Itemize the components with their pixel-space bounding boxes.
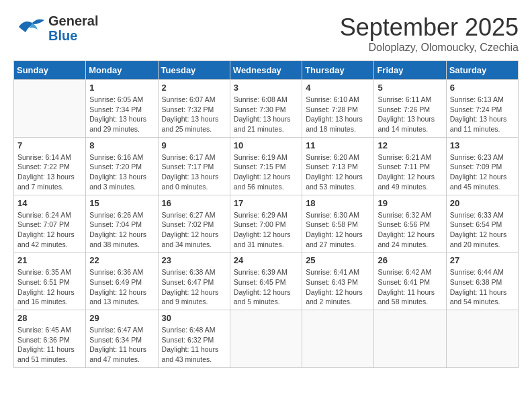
day-info: Sunrise: 6:47 AMSunset: 6:34 PMDaylight:…: [89, 325, 154, 365]
calendar-cell: 2Sunrise: 6:07 AMSunset: 7:32 PMDaylight…: [158, 80, 230, 138]
calendar-cell: 7Sunrise: 6:14 AMSunset: 7:22 PMDaylight…: [14, 137, 86, 195]
day-header-monday: Monday: [86, 61, 158, 80]
calendar-week-3: 14Sunrise: 6:24 AMSunset: 7:07 PMDayligh…: [14, 195, 519, 253]
calendar-cell: 12Sunrise: 6:21 AMSunset: 7:11 PMDayligh…: [374, 137, 446, 195]
calendar-cell: 14Sunrise: 6:24 AMSunset: 7:07 PMDayligh…: [14, 195, 86, 253]
day-number: 18: [306, 198, 370, 208]
logo-general: General: [48, 13, 98, 28]
day-info: Sunrise: 6:07 AMSunset: 7:32 PMDaylight:…: [162, 95, 226, 134]
day-number: 20: [450, 198, 515, 208]
calendar-cell: 28Sunrise: 6:45 AMSunset: 6:36 PMDayligh…: [14, 310, 86, 368]
calendar-cell: 1Sunrise: 6:05 AMSunset: 7:34 PMDaylight…: [86, 80, 158, 138]
calendar-cell: 11Sunrise: 6:20 AMSunset: 7:13 PMDayligh…: [302, 137, 374, 195]
logo-icon: [13, 13, 46, 43]
day-number: 29: [89, 313, 154, 323]
calendar-cell: [302, 310, 374, 368]
calendar-cell: 18Sunrise: 6:30 AMSunset: 6:58 PMDayligh…: [302, 195, 374, 253]
day-number: 28: [17, 313, 82, 323]
calendar-cell: 3Sunrise: 6:08 AMSunset: 7:30 PMDaylight…: [230, 80, 302, 138]
calendar-cell: 27Sunrise: 6:44 AMSunset: 6:38 PMDayligh…: [446, 253, 518, 310]
calendar-cell: 15Sunrise: 6:26 AMSunset: 7:04 PMDayligh…: [86, 195, 158, 253]
day-number: 13: [450, 140, 515, 150]
day-info: Sunrise: 6:14 AMSunset: 7:22 PMDaylight:…: [17, 152, 82, 192]
day-number: 23: [162, 255, 226, 265]
logo-text: General Blue: [48, 13, 98, 43]
calendar-week-2: 7Sunrise: 6:14 AMSunset: 7:22 PMDaylight…: [14, 137, 519, 195]
calendar-cell: 4Sunrise: 6:10 AMSunset: 7:28 PMDaylight…: [302, 80, 374, 138]
calendar-cell: 17Sunrise: 6:29 AMSunset: 7:00 PMDayligh…: [230, 195, 302, 253]
day-info: Sunrise: 6:44 AMSunset: 6:38 PMDaylight:…: [450, 267, 515, 307]
day-number: 26: [378, 255, 442, 265]
day-number: 11: [306, 140, 370, 150]
day-number: 9: [162, 140, 226, 150]
calendar-week-1: 1Sunrise: 6:05 AMSunset: 7:34 PMDaylight…: [14, 80, 519, 138]
calendar-cell: 25Sunrise: 6:41 AMSunset: 6:43 PMDayligh…: [302, 253, 374, 310]
day-header-tuesday: Tuesday: [158, 61, 230, 80]
page-header: General Blue September 2025 Doloplazy, O…: [13, 13, 519, 54]
logo-blue: Blue: [48, 28, 77, 43]
day-info: Sunrise: 6:38 AMSunset: 6:47 PMDaylight:…: [162, 267, 226, 307]
calendar-cell: 21Sunrise: 6:35 AMSunset: 6:51 PMDayligh…: [14, 253, 86, 310]
calendar-header-row: SundayMondayTuesdayWednesdayThursdayFrid…: [14, 61, 519, 80]
day-info: Sunrise: 6:32 AMSunset: 6:56 PMDaylight:…: [378, 210, 442, 250]
day-number: 25: [306, 255, 370, 265]
day-info: Sunrise: 6:29 AMSunset: 7:00 PMDaylight:…: [234, 210, 298, 250]
day-info: Sunrise: 6:19 AMSunset: 7:15 PMDaylight:…: [234, 152, 298, 192]
day-header-saturday: Saturday: [446, 61, 518, 80]
day-number: 4: [306, 83, 370, 93]
calendar-cell: 16Sunrise: 6:27 AMSunset: 7:02 PMDayligh…: [158, 195, 230, 253]
day-info: Sunrise: 6:17 AMSunset: 7:17 PMDaylight:…: [162, 152, 226, 192]
day-info: Sunrise: 6:39 AMSunset: 6:45 PMDaylight:…: [234, 267, 298, 307]
day-number: 15: [89, 198, 154, 208]
day-number: 27: [450, 255, 515, 265]
day-info: Sunrise: 6:11 AMSunset: 7:26 PMDaylight:…: [378, 95, 442, 134]
day-info: Sunrise: 6:42 AMSunset: 6:41 PMDaylight:…: [378, 267, 442, 307]
calendar-week-4: 21Sunrise: 6:35 AMSunset: 6:51 PMDayligh…: [14, 253, 519, 310]
day-info: Sunrise: 6:20 AMSunset: 7:13 PMDaylight:…: [306, 152, 370, 192]
day-number: 8: [89, 140, 154, 150]
location-subtitle: Doloplazy, Olomoucky, Czechia: [340, 42, 519, 54]
day-info: Sunrise: 6:08 AMSunset: 7:30 PMDaylight:…: [234, 95, 298, 134]
title-area: September 2025 Doloplazy, Olomoucky, Cze…: [340, 13, 519, 54]
day-info: Sunrise: 6:26 AMSunset: 7:04 PMDaylight:…: [89, 210, 154, 250]
day-info: Sunrise: 6:27 AMSunset: 7:02 PMDaylight:…: [162, 210, 226, 250]
day-number: 5: [378, 83, 442, 93]
calendar-table: SundayMondayTuesdayWednesdayThursdayFrid…: [13, 60, 519, 368]
calendar-cell: 23Sunrise: 6:38 AMSunset: 6:47 PMDayligh…: [158, 253, 230, 310]
day-number: 7: [17, 140, 82, 150]
calendar-cell: 22Sunrise: 6:36 AMSunset: 6:49 PMDayligh…: [86, 253, 158, 310]
logo: General Blue: [13, 13, 98, 43]
calendar-cell: 24Sunrise: 6:39 AMSunset: 6:45 PMDayligh…: [230, 253, 302, 310]
calendar-week-5: 28Sunrise: 6:45 AMSunset: 6:36 PMDayligh…: [14, 310, 519, 368]
day-info: Sunrise: 6:10 AMSunset: 7:28 PMDaylight:…: [306, 95, 370, 134]
calendar-cell: 10Sunrise: 6:19 AMSunset: 7:15 PMDayligh…: [230, 137, 302, 195]
day-header-friday: Friday: [374, 61, 446, 80]
day-number: 1: [89, 83, 154, 93]
day-info: Sunrise: 6:35 AMSunset: 6:51 PMDaylight:…: [17, 267, 82, 307]
month-title: September 2025: [340, 13, 519, 42]
day-header-wednesday: Wednesday: [230, 61, 302, 80]
day-info: Sunrise: 6:23 AMSunset: 7:09 PMDaylight:…: [450, 152, 515, 192]
day-info: Sunrise: 6:33 AMSunset: 6:54 PMDaylight:…: [450, 210, 515, 250]
calendar-cell: 6Sunrise: 6:13 AMSunset: 7:24 PMDaylight…: [446, 80, 518, 138]
calendar-cell: 8Sunrise: 6:16 AMSunset: 7:20 PMDaylight…: [86, 137, 158, 195]
calendar-cell: 29Sunrise: 6:47 AMSunset: 6:34 PMDayligh…: [86, 310, 158, 368]
calendar-cell: 30Sunrise: 6:48 AMSunset: 6:32 PMDayligh…: [158, 310, 230, 368]
calendar-cell: [14, 80, 86, 138]
calendar-cell: [230, 310, 302, 368]
calendar-cell: 26Sunrise: 6:42 AMSunset: 6:41 PMDayligh…: [374, 253, 446, 310]
calendar-cell: [446, 310, 518, 368]
day-number: 24: [234, 255, 298, 265]
day-number: 14: [17, 198, 82, 208]
day-info: Sunrise: 6:30 AMSunset: 6:58 PMDaylight:…: [306, 210, 370, 250]
day-number: 22: [89, 255, 154, 265]
day-number: 30: [162, 313, 226, 323]
calendar-cell: 9Sunrise: 6:17 AMSunset: 7:17 PMDaylight…: [158, 137, 230, 195]
calendar-cell: 20Sunrise: 6:33 AMSunset: 6:54 PMDayligh…: [446, 195, 518, 253]
calendar-cell: [374, 310, 446, 368]
day-info: Sunrise: 6:24 AMSunset: 7:07 PMDaylight:…: [17, 210, 82, 250]
day-number: 2: [162, 83, 226, 93]
day-info: Sunrise: 6:41 AMSunset: 6:43 PMDaylight:…: [306, 267, 370, 307]
day-number: 6: [450, 83, 515, 93]
day-number: 10: [234, 140, 298, 150]
